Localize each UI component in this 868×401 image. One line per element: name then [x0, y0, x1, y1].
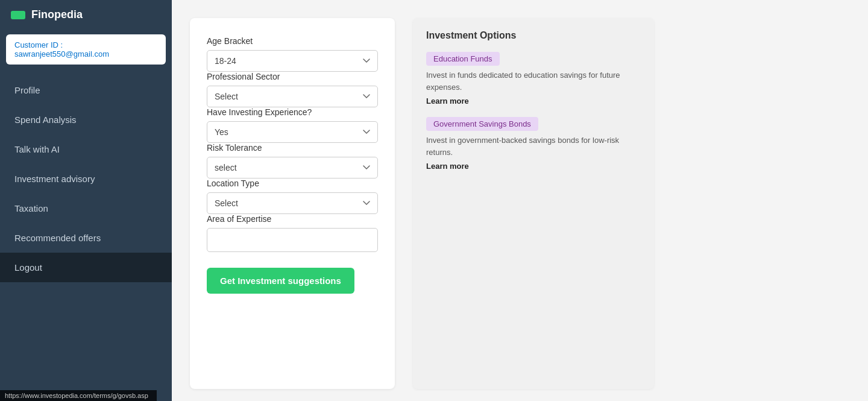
description-education-funds: Invest in funds dedicated to education s… — [426, 69, 641, 93]
sidebar-nav: ProfileSpend AnalysisTalk with AIInvestm… — [0, 75, 172, 401]
sidebar-logo: Finopedia — [0, 0, 172, 30]
select-age-bracket[interactable]: 18-2425-3435-4445-5455-6465+ — [207, 50, 378, 72]
form-group-age-bracket: Age Bracket18-2425-3435-4445-5455-6465+ — [207, 36, 378, 72]
customer-id-label: Customer ID : — [14, 40, 63, 49]
status-bar: https://www.investopedia.com/terms/g/gov… — [0, 390, 157, 401]
sidebar-item-spend-analysis[interactable]: Spend Analysis — [0, 105, 172, 134]
sidebar-item-taxation[interactable]: Taxation — [0, 194, 172, 223]
form-fields-container: Age Bracket18-2425-3435-4445-5455-6465+P… — [207, 36, 378, 252]
label-age-bracket: Age Bracket — [207, 36, 378, 46]
customer-id-box: Customer ID : sawranjeet550@gmail.com — [6, 34, 166, 65]
sidebar-item-recommended-offers[interactable]: Recommended offers — [0, 223, 172, 253]
form-group-investing-experience: Have Investing Experience?YesNo — [207, 107, 378, 143]
learn-more-education-funds[interactable]: Learn more — [426, 96, 469, 106]
select-location-type[interactable]: SelectUrbanRuralSuburban — [207, 192, 378, 214]
badge-education-funds: Education Funds — [426, 52, 500, 66]
label-professional-sector: Professional Sector — [207, 72, 378, 81]
logo-icon — [11, 11, 25, 19]
select-risk-tolerance[interactable]: selectLowMediumHigh — [207, 157, 378, 178]
description-government-savings-bonds: Invest in government-backed savings bond… — [426, 134, 641, 158]
status-url: https://www.investopedia.com/terms/g/gov… — [5, 392, 148, 399]
label-risk-tolerance: Risk Tolerance — [207, 143, 378, 153]
investment-panel-title: Investment Options — [426, 30, 641, 41]
form-group-professional-sector: Professional SectorSelectTechnologyFinan… — [207, 72, 378, 107]
learn-more-government-savings-bonds[interactable]: Learn more — [426, 162, 469, 171]
form-group-risk-tolerance: Risk ToleranceselectLowMediumHigh — [207, 143, 378, 178]
select-professional-sector[interactable]: SelectTechnologyFinanceHealthcareEducati… — [207, 86, 378, 107]
logo-text: Finopedia — [31, 8, 83, 21]
get-investment-suggestions-button[interactable]: Get Investment suggestions — [207, 268, 354, 294]
sidebar: Finopedia Customer ID : sawranjeet550@gm… — [0, 0, 172, 401]
investment-options-panel: Investment Options Education FundsInvest… — [413, 18, 654, 389]
investment-options-list: Education FundsInvest in funds dedicated… — [426, 52, 641, 171]
main-content: Age Bracket18-2425-3435-4445-5455-6465+P… — [172, 0, 868, 401]
sidebar-item-logout[interactable]: Logout — [0, 253, 172, 282]
sidebar-item-talk-with-ai[interactable]: Talk with AI — [0, 134, 172, 164]
form-group-location-type: Location TypeSelectUrbanRuralSuburban — [207, 178, 378, 214]
label-area-of-expertise: Area of Expertise — [207, 214, 378, 224]
form-group-area-of-expertise: Area of Expertise — [207, 214, 378, 252]
sidebar-item-profile[interactable]: Profile — [0, 75, 172, 105]
label-location-type: Location Type — [207, 178, 378, 188]
select-investing-experience[interactable]: YesNo — [207, 121, 378, 143]
investment-option-government-savings-bonds: Government Savings BondsInvest in govern… — [426, 117, 641, 171]
badge-government-savings-bonds: Government Savings Bonds — [426, 117, 538, 131]
label-investing-experience: Have Investing Experience? — [207, 107, 378, 117]
investment-option-education-funds: Education FundsInvest in funds dedicated… — [426, 52, 641, 106]
form-card: Age Bracket18-2425-3435-4445-5455-6465+P… — [190, 18, 395, 389]
input-area-of-expertise[interactable] — [207, 228, 378, 252]
customer-email: sawranjeet550@gmail.com — [14, 49, 109, 58]
sidebar-item-investment-advisory[interactable]: Investment advisory — [0, 164, 172, 194]
